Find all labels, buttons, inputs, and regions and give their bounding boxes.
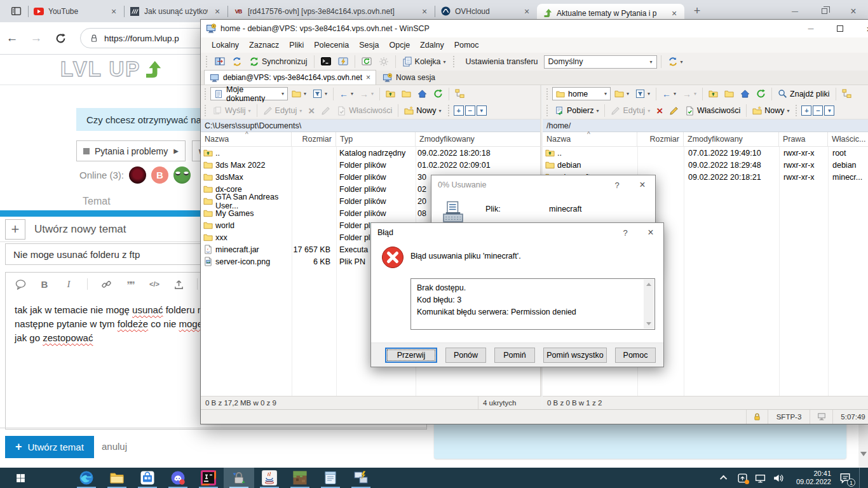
transfer-options-button[interactable]	[665, 55, 686, 69]
taskbar-winscp-active[interactable]	[224, 468, 254, 488]
file-row[interactable]: .. Katalog nadrzędny 09.02.2022 18:20:18	[201, 147, 540, 159]
home-directory-button[interactable]	[738, 87, 752, 100]
column-header-type[interactable]: Typ	[336, 132, 416, 146]
scroll-down-icon[interactable]	[646, 322, 651, 325]
file-row[interactable]: .. 07.01.2022 19:49:10 rwxr-xr-x root	[543, 147, 868, 159]
show-desktop-button[interactable]	[859, 468, 862, 488]
italic-button[interactable]	[63, 278, 74, 290]
column-header-modified[interactable]: Zmodyfikowany	[684, 132, 779, 146]
tab-close-icon[interactable]	[522, 6, 532, 17]
synchronize-button[interactable]: Synchronizuj	[247, 55, 310, 69]
column-header-rights[interactable]: Prawa	[779, 132, 828, 146]
upload-button[interactable]: Wyślij	[210, 104, 254, 118]
back-button[interactable]	[337, 87, 356, 101]
switch-panels-button[interactable]	[212, 55, 227, 69]
taskbar-intellij[interactable]	[193, 468, 224, 488]
refresh-button[interactable]	[754, 87, 768, 100]
forward-button[interactable]	[680, 87, 699, 101]
download-button[interactable]: Pobierz	[552, 104, 601, 118]
avatar[interactable]: B	[151, 166, 168, 184]
help-button[interactable]	[613, 223, 638, 242]
menu-item[interactable]: Sesja	[355, 39, 383, 51]
properties-button[interactable]: Właściwości	[682, 104, 743, 118]
transfer-preset-select[interactable]: Domyślny	[544, 55, 657, 69]
start-button[interactable]	[5, 468, 36, 488]
scrollbar-down-arrow[interactable]	[860, 452, 867, 456]
open-directory-button[interactable]	[612, 87, 632, 100]
close-button[interactable]	[630, 175, 655, 194]
rename-button[interactable]	[318, 104, 333, 118]
tray-expand-icon[interactable]	[720, 475, 727, 482]
filter-button[interactable]	[633, 87, 653, 100]
bold-button[interactable]	[39, 278, 50, 290]
tab-close-icon[interactable]	[419, 6, 430, 17]
menu-item[interactable]: Zdalny	[416, 39, 449, 51]
taskbar-microsoft-store[interactable]	[132, 468, 163, 488]
menu-item[interactable]: Lokalny	[207, 39, 243, 51]
refresh-session-button[interactable]	[359, 55, 374, 69]
create-topic-button[interactable]: Utwórz temat	[5, 436, 94, 458]
code-button[interactable]	[149, 278, 160, 290]
edit-button[interactable]: Edytuj	[261, 104, 305, 118]
parent-directory-button[interactable]	[706, 87, 721, 100]
select-files-button[interactable]: +	[454, 105, 464, 116]
taskbar-notepad[interactable]	[315, 468, 346, 488]
edit-button[interactable]: Edytuj	[608, 104, 653, 118]
open-console-button[interactable]	[318, 55, 334, 69]
close-button[interactable]	[638, 223, 663, 242]
taskbar-minecraft[interactable]	[285, 468, 315, 488]
menu-item[interactable]: Pomoc	[450, 39, 484, 51]
tab-close-icon[interactable]	[669, 8, 679, 18]
sync-browsing-button[interactable]	[229, 55, 245, 69]
upload-button[interactable]	[173, 278, 184, 290]
cancel-link[interactable]: anuluj	[102, 441, 127, 452]
reload-button[interactable]	[48, 33, 72, 44]
column-header-owner[interactable]: Właścic...	[828, 132, 868, 146]
browser-tab-youtube[interactable]: YouTube	[29, 0, 124, 22]
column-header-size[interactable]: Rozmiar	[292, 132, 336, 146]
progress-dialog-title-bar[interactable]: 0% Usuwanie	[431, 175, 655, 194]
error-dialog-title-bar[interactable]: Błąd	[371, 223, 663, 242]
queue-button[interactable]: Kolejka	[400, 55, 449, 69]
maximize-button[interactable]	[825, 20, 855, 37]
column-header-name[interactable]: Nazwa	[201, 132, 292, 146]
error-details-box[interactable]: Brak dostępu. Kod błędu: 3 Komunikat błę…	[410, 278, 655, 330]
tray-app-icon[interactable]	[735, 470, 750, 485]
retry-button[interactable]: Ponów	[445, 348, 486, 363]
filter-button[interactable]	[310, 87, 330, 100]
refresh-button[interactable]	[431, 87, 445, 100]
avatar[interactable]	[173, 166, 191, 184]
skip-button[interactable]: Pomiń	[494, 348, 535, 363]
close-button[interactable]	[855, 20, 868, 37]
vertical-tabs-button[interactable]	[6, 3, 25, 20]
lvlup-logo[interactable]: LVL UP	[60, 57, 162, 81]
unselect-files-button[interactable]: −	[465, 105, 475, 116]
new-tab-button[interactable]	[688, 3, 706, 20]
invert-selection-button[interactable]: ▼	[477, 105, 487, 116]
help-button[interactable]: Pomoc	[615, 348, 656, 363]
forward-button[interactable]	[24, 31, 48, 45]
taskbar-java[interactable]	[254, 468, 285, 488]
emoticon-icon[interactable]	[15, 278, 26, 290]
back-button[interactable]	[660, 87, 679, 101]
avatar[interactable]	[129, 166, 146, 184]
remote-path-bar[interactable]: /home/	[543, 119, 868, 132]
scroll-up-icon[interactable]	[646, 283, 651, 286]
file-row[interactable]: 3ds Max 2022 Folder plików 01.02.2022 02…	[201, 159, 540, 171]
select-files-button[interactable]: +	[801, 105, 811, 116]
delete-button[interactable]	[654, 104, 665, 118]
run-command-button[interactable]	[336, 55, 351, 69]
root-directory-button[interactable]	[722, 87, 736, 100]
remote-location-select[interactable]: home	[552, 87, 611, 100]
tree-button[interactable]	[452, 87, 467, 100]
menu-item[interactable]: Polecenia	[309, 39, 353, 51]
parent-directory-button[interactable]	[383, 87, 398, 100]
home-directory-button[interactable]	[415, 87, 430, 100]
minimize-button[interactable]	[796, 20, 825, 37]
preferences-button[interactable]	[376, 55, 391, 69]
menu-item[interactable]: Opcje	[384, 39, 414, 51]
tree-button[interactable]	[839, 87, 854, 100]
root-directory-button[interactable]	[399, 87, 414, 100]
new-session-tab[interactable]: Nowa sesja	[376, 71, 442, 85]
rename-button[interactable]	[667, 104, 681, 118]
